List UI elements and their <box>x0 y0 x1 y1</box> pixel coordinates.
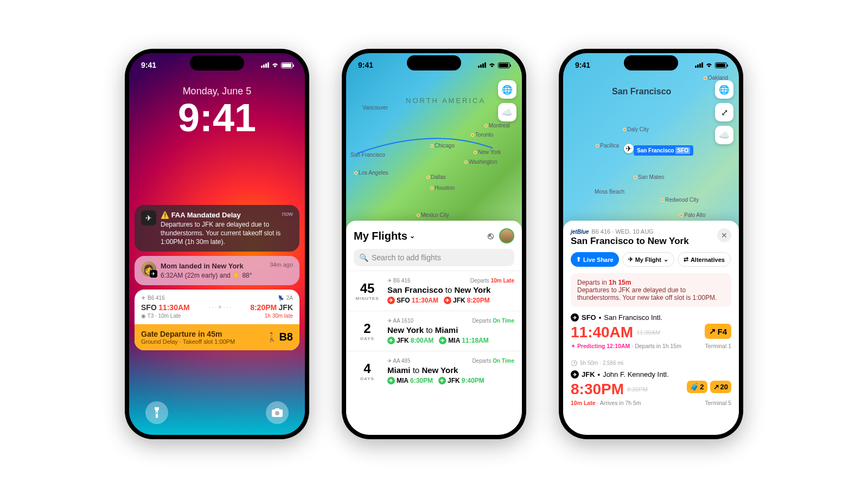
gate-title: Gate Departure in 45m <box>141 330 235 338</box>
pedestrian-icon: 🚶 <box>266 332 277 342</box>
flight-number: ✈ B6 416 <box>141 295 165 301</box>
route-text: New York to Miami <box>387 325 514 335</box>
arrival-late: 1h 30m late <box>265 313 293 319</box>
flights-sheet[interactable]: My Flights ⌄ ⎋ 🔍 Search to add flights 4… <box>346 221 522 435</box>
countdown-unit: DAYS <box>354 336 381 341</box>
my-flight-dropdown[interactable]: ✈ My Flight ⌄ <box>622 252 674 267</box>
notification-mom[interactable]: 34m ago 👩 Mom landed in New York 6:32AM … <box>135 256 299 285</box>
wifi-icon <box>271 62 279 68</box>
cellular-icon <box>478 62 486 68</box>
plane-app-icon: ✈ <box>141 210 156 226</box>
gate-chip: ↗F4 <box>705 324 731 339</box>
landing-icon: ✈ <box>571 370 579 378</box>
profile-avatar[interactable] <box>499 228 514 243</box>
expand-button[interactable]: ⤢ <box>715 103 733 121</box>
map-continent-label: NORTH AMERICA <box>406 97 486 105</box>
battery-icon <box>715 62 727 68</box>
takeoff-icon: ✈ <box>571 313 579 322</box>
dynamic-island <box>190 55 244 70</box>
phone-flights-list: NORTH AMERICA Vancouver Chicago Toronto … <box>342 49 526 439</box>
globe-button[interactable]: 🌐 <box>715 80 733 99</box>
plane-marker-icon: ✈ <box>624 144 634 153</box>
flight-widget[interactable]: ✈ B6 416 💺 2A SFO 11:30AM · · · ✈ · · · … <box>135 290 299 350</box>
map-city-main: San Francisco <box>612 87 671 97</box>
gate-banner: Gate Departure in 45m Ground Delay · Tak… <box>135 324 299 350</box>
status-time: 9:41 <box>575 61 590 69</box>
live-share-button[interactable]: ⬆ Live Share <box>571 252 619 267</box>
seat-badge: 💺 2A <box>278 295 293 301</box>
notification-delay[interactable]: now ✈ ⚠️ FAA Mandated Delay Departures t… <box>135 205 299 252</box>
lock-time: 9:41 <box>129 98 305 137</box>
flight-row[interactable]: 45 MINUTES ✈ B6 416 Departs 10m Late San… <box>346 271 522 311</box>
baggage-chip: 🧳2 <box>687 381 707 393</box>
origin-chip: ✈ SFO 11:30AM <box>387 297 438 304</box>
lock-date: Monday, June 5 <box>129 86 305 97</box>
notif-timestamp: now <box>282 210 293 217</box>
dest-chip: ✈ JFK 9:40PM <box>438 377 484 384</box>
status-icons <box>695 62 727 68</box>
weather-button[interactable]: ☁️ <box>498 103 516 121</box>
countdown-unit: MINUTES <box>354 296 381 301</box>
phone-flight-detail: San Francisco Oakland Daly City Pacifica… <box>559 49 743 439</box>
phone-lockscreen: 9:41 Monday, June 5 9:41 now ✈ ⚠️ FAA Ma… <box>125 49 309 439</box>
airline-tag: ✈ AA 1610 <box>387 318 413 324</box>
duration-distance: 🕐 5h 50m · 2,586 mi <box>563 356 739 370</box>
share-button[interactable]: ⎋ <box>488 230 494 242</box>
search-input[interactable]: 🔍 Search to add flights <box>354 249 514 266</box>
arrival-segment: ✈ JFK • John F. Kennedy Intl. 8:30PM8:20… <box>563 370 739 413</box>
route-text: San Francisco to New York <box>387 285 514 294</box>
airport-pin[interactable]: San Francisco SFO <box>634 145 693 156</box>
status-label: Departs 10m Late <box>470 278 514 284</box>
cellular-icon <box>261 62 269 68</box>
dynamic-island <box>407 55 461 70</box>
search-placeholder: Search to add flights <box>372 253 441 262</box>
origin-chip: ✈ JFK 8:00AM <box>387 337 433 344</box>
airline-tag: ✈ B6 416 <box>387 278 410 284</box>
battery-icon <box>281 62 293 68</box>
route-text: Miami to New York <box>387 365 514 375</box>
dest-code: JFK <box>279 303 293 312</box>
close-button[interactable]: ✕ <box>717 228 731 242</box>
svg-point-2 <box>275 411 279 415</box>
gate-sub: Ground Delay · Takeoff slot 1:00PM <box>141 338 235 345</box>
chevron-down-icon: ⌄ <box>410 232 415 240</box>
route-title: San Francisco to New York <box>571 236 731 247</box>
alternatives-button[interactable]: ⇄ Alternatives <box>678 252 731 267</box>
flight-row[interactable]: 4 DAYS ✈ AA 485 Departs On Time Miami to… <box>346 351 522 391</box>
camera-button[interactable] <box>266 401 289 424</box>
dest-chip: ✈ JFK 8:20PM <box>444 297 490 304</box>
notif-text: 6:32AM (22m early) and ☀️ 88° <box>161 271 293 280</box>
contact-avatar-icon: 👩 <box>141 261 156 277</box>
flight-detail-sheet[interactable]: jetBlue B6 416 · WED, 10 AUG San Francis… <box>563 221 739 435</box>
flight-meta: jetBlue B6 416 · WED, 10 AUG <box>571 228 731 235</box>
status-time: 9:41 <box>358 61 373 69</box>
status-icons <box>478 62 510 68</box>
dynamic-island <box>624 55 678 70</box>
airline-logo: jetBlue <box>571 229 589 235</box>
globe-button[interactable]: 🌐 <box>498 80 516 99</box>
gate-number: B8 <box>279 331 293 343</box>
status-icons <box>261 62 293 68</box>
arrival-time: 8:30PM8:20PM <box>571 381 648 398</box>
status-label: Departs On Time <box>472 358 514 364</box>
notif-text: Departures to JFK are delayed due to thu… <box>161 220 293 247</box>
origin-chip: ✈ MIA 6:30PM <box>387 377 433 384</box>
sheet-title-dropdown[interactable]: My Flights ⌄ <box>354 230 415 242</box>
countdown-unit: DAYS <box>354 376 381 381</box>
svg-rect-1 <box>275 408 279 410</box>
departure-time: 11:40AM11:30AM <box>571 324 660 341</box>
wifi-icon <box>488 62 496 68</box>
weather-button[interactable]: ☁️ <box>715 126 733 144</box>
countdown-number: 4 <box>354 361 381 376</box>
countdown-number: 45 <box>354 281 381 296</box>
dest-time: 8:20PM <box>250 303 277 312</box>
cellular-icon <box>695 62 703 68</box>
countdown-number: 2 <box>354 321 381 336</box>
flight-row[interactable]: 2 DAYS ✈ AA 1610 Departs On Time New Yor… <box>346 311 522 351</box>
terminal-info: ◉ T3 · 10m Late <box>141 313 181 319</box>
notif-title: FAA Mandated Delay <box>171 211 241 219</box>
chevron-down-icon: ⌄ <box>663 256 668 263</box>
dest-chip: ✈ MIA 11:18AM <box>439 337 488 344</box>
flashlight-button[interactable] <box>145 401 168 424</box>
departure-segment: ✈ SFO • San Francisco Intl. 11:40AM11:30… <box>563 313 739 356</box>
